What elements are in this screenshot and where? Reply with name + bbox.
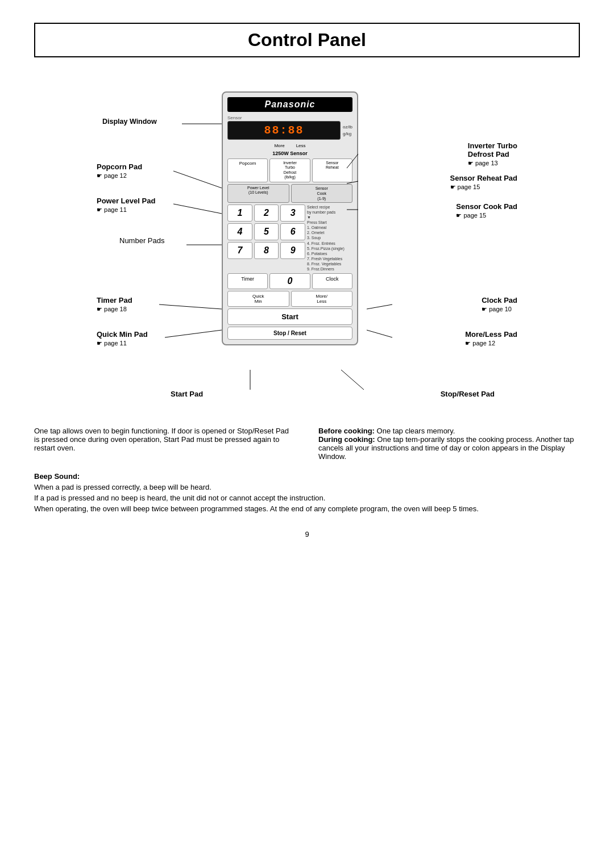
- number-grid-area: 1 2 3 4 5 6 7 8 9: [227, 205, 305, 272]
- btn-6[interactable]: 6: [280, 223, 305, 240]
- svg-line-5: [165, 330, 222, 337]
- start-btn[interactable]: Start: [227, 308, 352, 325]
- btn-0[interactable]: 0: [269, 273, 310, 289]
- label-popcorn-pad: Popcorn Pad ☛ page 12: [97, 162, 142, 180]
- label-display-window: Display Window: [102, 117, 157, 127]
- number-recipe-area: 1 2 3 4 5 6 7 8 9 Select recipeby number: [227, 205, 352, 272]
- btn-7[interactable]: 7: [227, 242, 252, 259]
- svg-line-12: [341, 370, 364, 390]
- label-stop-reset-pad: Stop/Reset Pad: [441, 390, 495, 398]
- label-sensor-cook-pad: Sensor Cook Pad ☛ page 15: [456, 202, 517, 219]
- label-quick-min-pad: Quick Min Pad ☛ page 11: [97, 330, 148, 347]
- clock-btn[interactable]: Clock: [312, 273, 352, 289]
- panel-body: Panasonic Sensor 88:88 oz/lb g/kg More: [222, 91, 358, 345]
- timer-btn[interactable]: Timer: [227, 273, 268, 289]
- beep-sound-section: Beep Sound: When a pad is pressed correc…: [34, 472, 580, 513]
- svg-line-10: [367, 330, 392, 337]
- sensor-top-label: Sensor: [227, 115, 352, 120]
- svg-line-9: [367, 304, 392, 309]
- svg-line-1: [173, 171, 222, 188]
- quick-more-row: QuickMin More/Less: [227, 291, 352, 307]
- stop-reset-btn[interactable]: Stop / Reset: [227, 327, 352, 340]
- diagram-area: Panasonic Sensor 88:88 oz/lb g/kg More: [85, 74, 529, 427]
- more-less-btn[interactable]: More/Less: [291, 291, 353, 307]
- display-screen: 88:88: [227, 121, 341, 140]
- btn-5[interactable]: 5: [254, 223, 279, 240]
- more-less-indicator: More Less: [227, 143, 352, 148]
- title-box: Control Panel: [34, 23, 580, 57]
- top-button-row: Popcorn InverterTurboDefrost(lb/kg) Sens…: [227, 158, 352, 182]
- btn-2[interactable]: 2: [254, 205, 279, 222]
- label-inverter-pad: Inverter TurboDefrost Pad ☛ page 13: [468, 141, 517, 167]
- label-timer-pad: Timer Pad ☛ page 18: [97, 296, 132, 313]
- start-stop-descriptions: One tap allows oven to begin functioning…: [34, 427, 580, 461]
- quick-min-btn[interactable]: QuickMin: [227, 291, 289, 307]
- timer-clock-row: Timer 0 Clock: [227, 273, 352, 289]
- btn-9[interactable]: 9: [280, 242, 305, 259]
- btn-3[interactable]: 3: [280, 205, 305, 222]
- label-number-pads: Number Pads: [119, 236, 164, 245]
- recipe-list: Select recipeby number pads ▼ Press Star…: [307, 205, 352, 272]
- display-row: 88:88 oz/lb g/kg: [227, 121, 352, 140]
- label-clock-pad: Clock Pad ☛ page 10: [482, 296, 517, 313]
- label-power-level-pad: Power Level Pad ☛ page 11: [97, 197, 155, 214]
- number-grid: 1 2 3 4 5 6 7 8 9: [227, 205, 305, 259]
- page-number: 9: [34, 530, 580, 539]
- svg-line-2: [173, 204, 222, 214]
- sensor-cook-btn[interactable]: SensorCook(1-9): [291, 184, 353, 203]
- display-units: oz/lb g/kg: [343, 124, 352, 136]
- page-title: Control Panel: [35, 30, 579, 51]
- btn-8[interactable]: 8: [254, 242, 279, 259]
- page: Control Panel Panasonic Sensor 88:88 oz/…: [0, 0, 614, 868]
- btn-4[interactable]: 4: [227, 223, 252, 240]
- stop-description: Before cooking: One tap clears memory. D…: [318, 427, 580, 461]
- label-start-pad: Start Pad: [171, 390, 203, 398]
- power-sensor-row: Power Level(10 Levels) SensorCook(1-9): [227, 184, 352, 203]
- popcorn-btn[interactable]: Popcorn: [227, 158, 268, 182]
- label-sensor-reheat-pad: Sensor Reheat Pad ☛ page 15: [450, 174, 518, 191]
- svg-line-4: [159, 304, 222, 309]
- label-more-less-pad: More/Less Pad ☛ page 12: [465, 330, 517, 347]
- brand-label: Panasonic: [227, 97, 352, 112]
- power-level-btn[interactable]: Power Level(10 Levels): [227, 184, 289, 203]
- sensor-reheat-btn[interactable]: SensorReheat: [312, 158, 352, 182]
- inverter-turbo-btn[interactable]: InverterTurboDefrost(lb/kg): [269, 158, 310, 182]
- watt-sensor-row: 1250W Sensor: [227, 151, 352, 156]
- control-panel-graphic: Panasonic Sensor 88:88 oz/lb g/kg More: [222, 91, 358, 345]
- btn-1[interactable]: 1: [227, 205, 252, 222]
- start-description: One tap allows oven to begin functioning…: [34, 427, 296, 461]
